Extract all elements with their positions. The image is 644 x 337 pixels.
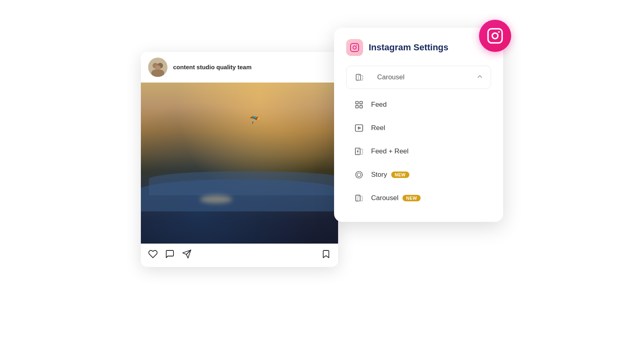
story-new-badge: NEW: [391, 172, 409, 178]
dropdown-selected-text: Carousel: [377, 73, 405, 81]
feed-reel-label: Feed + Reel: [371, 147, 409, 155]
svg-rect-18: [360, 105, 362, 108]
post-username: content studio quality team: [173, 64, 252, 70]
svg-rect-15: [356, 101, 358, 103]
post-header: content studio quality team: [141, 52, 338, 83]
menu-item-carousel[interactable]: Carousel NEW: [346, 186, 491, 210]
like-button[interactable]: [148, 249, 158, 261]
scene: content studio quality team 🪂: [141, 28, 503, 310]
menu-item-feed[interactable]: Feed: [346, 93, 491, 116]
svg-rect-10: [351, 43, 359, 52]
instagram-float-badge: [479, 20, 511, 52]
menu-item-story[interactable]: Story NEW: [346, 163, 491, 186]
carousel-icon: [353, 192, 365, 204]
paraglider-icon: 🪂: [248, 114, 261, 126]
feed-label: Feed: [371, 101, 387, 109]
svg-rect-17: [356, 105, 358, 108]
svg-rect-4: [151, 70, 164, 77]
svg-point-9: [498, 31, 500, 33]
svg-point-11: [353, 46, 356, 49]
story-label: Story: [371, 171, 387, 179]
svg-point-12: [356, 45, 357, 45]
svg-rect-7: [488, 29, 502, 43]
panel-title: Instagram Settings: [369, 42, 448, 53]
menu-list: Feed Reel: [346, 93, 491, 210]
feed-reel-icon: [353, 146, 365, 157]
post-actions: [141, 244, 338, 267]
carousel-new-badge: NEW: [402, 195, 421, 201]
bookmark-button[interactable]: [321, 249, 331, 261]
menu-item-reel[interactable]: Reel: [346, 116, 491, 140]
svg-rect-16: [360, 101, 362, 103]
story-icon: [353, 169, 365, 180]
type-dropdown[interactable]: Carousel: [346, 66, 491, 89]
panel-header: Instagram Settings: [346, 39, 491, 56]
feed-icon: [353, 99, 365, 110]
sun-reflection: [200, 195, 232, 203]
svg-point-25: [357, 173, 361, 176]
carousel-label: Carousel: [371, 194, 398, 202]
settings-panel: Instagram Settings Carousel: [334, 28, 503, 222]
chevron-up-icon: [476, 73, 483, 82]
post-image: 🪂: [141, 83, 338, 244]
carousel-selected-icon: [354, 72, 365, 83]
dropdown-selected-left: Carousel: [354, 72, 405, 83]
post-card: content studio quality team 🪂: [141, 52, 338, 267]
svg-rect-19: [355, 124, 363, 131]
svg-point-8: [492, 33, 498, 39]
avatar: [148, 58, 167, 77]
reel-label: Reel: [371, 124, 385, 132]
share-button[interactable]: [182, 249, 192, 261]
svg-marker-20: [358, 127, 361, 129]
comment-button[interactable]: [165, 249, 175, 261]
ocean-wave: [141, 163, 338, 211]
menu-item-feed-reel[interactable]: Feed + Reel: [346, 140, 491, 163]
reel-icon: [353, 122, 365, 134]
panel-ig-icon: [346, 39, 363, 56]
svg-point-24: [356, 171, 363, 178]
